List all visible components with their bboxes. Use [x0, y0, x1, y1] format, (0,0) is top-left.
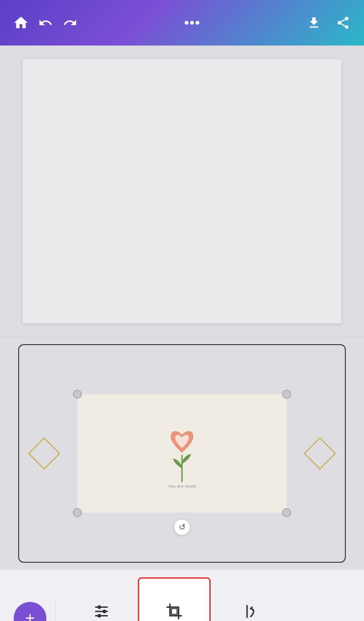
header-right-actions [304, 13, 353, 33]
crop-handle-bottom-right[interactable] [282, 508, 291, 517]
adjust-icon [93, 603, 110, 620]
edit-canvas[interactable]: You are loved ↺ [18, 344, 346, 563]
svg-rect-10 [172, 609, 177, 615]
add-button[interactable]: + [14, 602, 46, 621]
diamond-decoration-right [304, 437, 336, 469]
flip-icon [238, 603, 256, 620]
design-canvas[interactable] [23, 59, 341, 323]
home-button[interactable] [11, 13, 31, 33]
header-center [182, 13, 202, 33]
bottom-toolbar: + Adjust [0, 569, 364, 621]
main-canvas-area [0, 46, 364, 337]
redo-button[interactable] [60, 13, 80, 33]
svg-point-9 [97, 614, 101, 618]
svg-point-5 [97, 606, 101, 609]
download-button[interactable] [304, 13, 324, 33]
plus-icon: + [25, 609, 35, 621]
edit-area: You are loved ↺ [0, 337, 364, 569]
card-image: You are loved [77, 394, 287, 513]
toolbar-divider [56, 600, 56, 621]
crop-icon [166, 603, 183, 620]
svg-point-2 [196, 21, 199, 25]
header [0, 0, 364, 46]
rotate-handle[interactable]: ↺ [174, 519, 190, 535]
flip-tool[interactable]: Flip [211, 577, 283, 621]
undo-button[interactable] [35, 13, 56, 33]
tool-items: Adjust Crop [65, 577, 364, 621]
svg-point-1 [190, 21, 194, 25]
svg-point-7 [102, 610, 106, 613]
crop-handle-top-right[interactable] [282, 390, 291, 399]
crop-handle-bottom-left[interactable] [73, 508, 82, 517]
svg-point-0 [185, 21, 188, 25]
heart-flower-icon [157, 418, 207, 482]
crop-element[interactable]: You are loved ↺ [77, 394, 287, 513]
header-left-actions [11, 13, 80, 33]
share-button[interactable] [333, 13, 353, 33]
diamond-decoration-left [28, 437, 61, 469]
adjust-tool[interactable]: Adjust [65, 577, 138, 621]
more-options-button[interactable] [182, 13, 202, 33]
card-text: You are loved [168, 484, 196, 489]
crop-tool[interactable]: Crop [138, 577, 211, 621]
crop-handle-top-left[interactable] [73, 390, 82, 399]
